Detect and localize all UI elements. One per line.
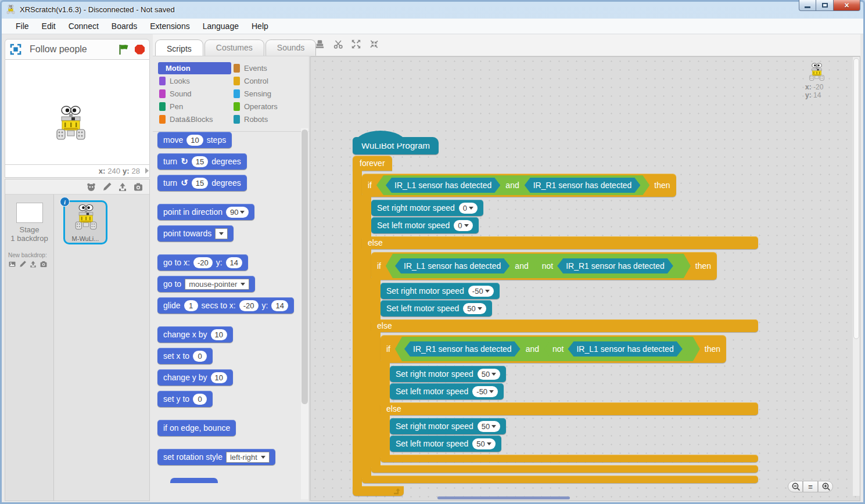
fullscreen-icon[interactable] [10, 44, 21, 55]
change-x-input[interactable]: 10 [211, 329, 227, 340]
shrink-icon[interactable] [369, 39, 379, 49]
left-motor-speed-dropdown[interactable]: 50 [472, 438, 495, 449]
block-point-direction[interactable]: point in direction 90 [157, 204, 254, 220]
change-y-input[interactable]: 10 [211, 372, 227, 383]
category-sensing[interactable]: Sensing [232, 88, 306, 100]
category-datablocks[interactable]: Data&Blocks [158, 113, 231, 125]
glide-x-input[interactable]: -20 [239, 300, 259, 311]
turn-cw-input[interactable]: 15 [192, 156, 208, 167]
glide-y-input[interactable]: 14 [271, 300, 288, 311]
point-towards-dropdown[interactable] [215, 228, 228, 239]
menu-file[interactable]: File [10, 20, 34, 33]
category-control[interactable]: Control [232, 75, 306, 87]
script-vertical-scrollbar[interactable] [853, 57, 860, 496]
turn-ccw-input[interactable]: 15 [192, 178, 208, 189]
set-left-motor-block[interactable]: Set left motor speed 50 [390, 435, 501, 452]
menu-extensions[interactable]: Extensions [145, 20, 195, 33]
category-sound[interactable]: Sound [158, 88, 231, 100]
tab-costumes[interactable]: Costumes [204, 39, 264, 56]
sprite-thumbnail-selected[interactable]: i M-WuLi... [63, 200, 107, 244]
not-operator-block[interactable]: not IR_R1 sensor has detected [534, 256, 681, 276]
category-pen[interactable]: Pen [158, 100, 231, 113]
menu-edit[interactable]: Edit [37, 20, 61, 33]
block-turn-ccw[interactable]: turn ↺ 15 degrees [157, 175, 247, 191]
script-hscroll-thumb[interactable] [437, 496, 570, 499]
right-motor-speed-dropdown[interactable]: -50 [468, 286, 494, 297]
close-button[interactable]: × [834, 0, 860, 11]
partial-block-sliver[interactable] [170, 478, 218, 483]
if-else-block-3[interactable]: if IR_R1 sensor has detected and not IR_… [381, 335, 758, 462]
grow-icon[interactable] [351, 39, 361, 49]
if-else-block-2[interactable]: if IR_L1 sensor has detected and not IR_… [371, 252, 758, 473]
block-point-towards[interactable]: point towards [157, 225, 234, 242]
title-bar[interactable]: XRScratch(v1.6.3) - Disconnected - Not s… [0, 0, 865, 19]
upload-backdrop-icon[interactable] [29, 260, 37, 268]
sensor-ir-r1-block[interactable]: IR_R1 sensor has detected [404, 341, 521, 357]
menu-connect[interactable]: Connect [63, 20, 104, 33]
and-operator-block[interactable]: IR_L1 sensor has detected and IR_R1 sens… [376, 175, 649, 195]
block-edge-bounce[interactable]: if on edge, bounce [157, 420, 236, 436]
set-left-motor-block[interactable]: Set left motor speed -50 [390, 383, 504, 399]
menu-boards[interactable]: Boards [106, 20, 142, 33]
block-goto-target[interactable]: go to mouse-pointer [157, 276, 255, 292]
stage-label[interactable]: Stage [5, 225, 53, 234]
sensor-ir-r1-block[interactable]: IR_R1 sensor has detected [525, 178, 641, 193]
set-left-motor-block[interactable]: Set left motor speed 0 [371, 217, 479, 233]
block-turn-cw[interactable]: turn ↻ 15 degrees [157, 153, 247, 170]
block-change-x[interactable]: change x by 10 [157, 326, 233, 343]
zoom-in-button[interactable] [818, 481, 833, 492]
move-steps-input[interactable]: 10 [186, 135, 203, 146]
set-right-motor-block[interactable]: Set right motor speed 0 [371, 200, 483, 216]
project-title[interactable]: Follow people [26, 44, 113, 55]
forever-block[interactable]: forever if IR_L1 sensor has detected and… [353, 156, 758, 496]
block-change-y[interactable]: change y by 10 [157, 369, 233, 386]
stage-canvas[interactable] [5, 60, 150, 165]
right-motor-speed-dropdown[interactable]: 50 [478, 421, 500, 432]
set-right-motor-block[interactable]: Set right motor speed 50 [390, 418, 506, 434]
zoom-reset-button[interactable]: = [803, 481, 818, 492]
sensor-ir-r1-block[interactable]: IR_R1 sensor has detected [557, 258, 673, 273]
set-y-input[interactable]: 0 [193, 394, 207, 405]
goto-target-dropdown[interactable]: mouse-pointer [185, 279, 249, 290]
set-x-input[interactable]: 0 [193, 351, 207, 362]
maximize-button[interactable] [816, 0, 834, 11]
duplicate-stamp-icon[interactable] [314, 39, 325, 49]
block-goto-xy[interactable]: go to x: -20 y: 14 [157, 254, 248, 271]
category-events[interactable]: Events [232, 62, 306, 74]
stop-icon[interactable] [135, 45, 145, 55]
left-motor-speed-dropdown[interactable]: -50 [472, 386, 498, 397]
camera-sprite-icon[interactable] [133, 182, 143, 192]
upload-sprite-icon[interactable] [117, 182, 128, 192]
set-left-motor-block[interactable]: Set left motor speed 50 [381, 300, 492, 316]
script-canvas[interactable]: x: -20 y: 14 WuLiBot Program forever if [310, 56, 860, 501]
paint-backdrop-icon[interactable] [19, 260, 27, 268]
block-set-y[interactable]: set y to 0 [157, 391, 213, 407]
stage-thumbnail[interactable] [16, 203, 43, 223]
category-operators[interactable]: Operators [232, 100, 306, 113]
zoom-out-button[interactable] [788, 481, 803, 492]
menu-help[interactable]: Help [246, 20, 274, 33]
category-looks[interactable]: Looks [158, 75, 231, 87]
point-direction-dropdown[interactable]: 90 [226, 207, 249, 218]
paint-new-sprite-icon[interactable] [102, 182, 112, 192]
minimize-button[interactable] [799, 0, 816, 11]
left-motor-speed-dropdown[interactable]: 0 [454, 220, 472, 231]
menu-language[interactable]: Language [198, 20, 244, 33]
and-operator-block[interactable]: IR_R1 sensor has detected and not IR_L1 … [395, 337, 700, 361]
glide-secs-input[interactable]: 1 [184, 300, 198, 311]
left-motor-speed-dropdown[interactable]: 50 [463, 303, 486, 314]
category-motion[interactable]: Motion [158, 62, 231, 74]
stage-sprite-robot[interactable] [52, 105, 90, 141]
tab-sounds[interactable]: Sounds [265, 39, 316, 56]
sensor-ir-l1-block[interactable]: IR_L1 sensor has detected [386, 178, 500, 193]
goto-y-input[interactable]: 14 [226, 257, 242, 268]
set-right-motor-block[interactable]: Set right motor speed 50 [390, 366, 506, 382]
sensor-ir-l1-block[interactable]: IR_L1 sensor has detected [395, 258, 509, 273]
block-glide[interactable]: glide 1 secs to x: -20 y: 14 [157, 297, 294, 314]
and-operator-block[interactable]: IR_L1 sensor has detected and not IR_R1 … [386, 254, 691, 278]
category-robots[interactable]: Robots [232, 113, 306, 125]
block-rotation-style[interactable]: set rotation style left-right [157, 449, 275, 465]
new-sprite-library-icon[interactable] [86, 182, 96, 192]
goto-x-input[interactable]: -20 [193, 257, 213, 268]
sprite-info-badge[interactable]: i [60, 197, 70, 207]
